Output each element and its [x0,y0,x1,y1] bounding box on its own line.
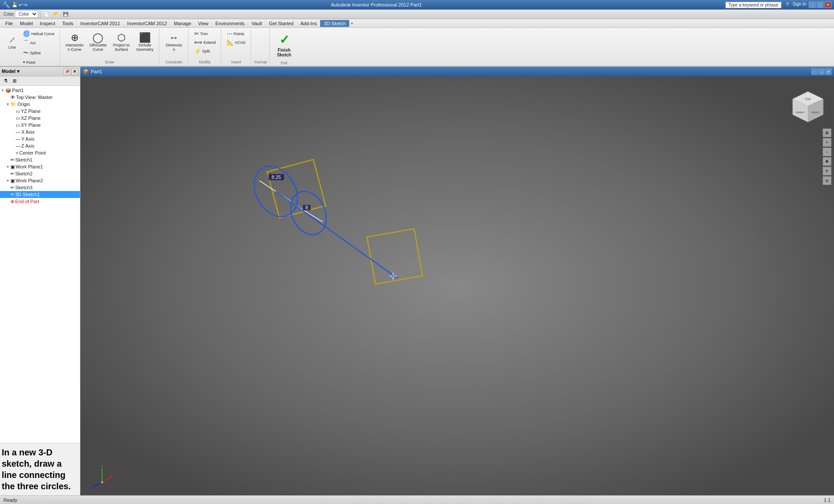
trim-button[interactable]: ✂ Trim [192,30,218,38]
intersection-curve-button[interactable]: ⊕ Intersection Curve [63,30,86,56]
tree-item-part1[interactable]: ▼ 📦 Part1 [0,87,80,94]
qa-redo[interactable]: ↪ [23,2,27,8]
look-at-button[interactable]: ◎ [823,176,831,185]
qa-save[interactable]: 💾 [12,2,18,8]
status-bar: Ready 1 1 [0,495,834,504]
svg-text:TOP: TOP [805,98,811,101]
menu-manage[interactable]: Manage [170,20,195,27]
tree-item-sketch1[interactable]: ✏ Sketch1 [0,156,80,163]
qa-save-file[interactable]: 💾 [61,10,70,18]
point-icon: • [23,59,25,66]
nav-cube[interactable]: TOP RIGHT FRONT [791,89,825,124]
svg-text:Z: Z [90,486,93,490]
expand-icon-origin: ▼ [6,102,10,106]
menu-view[interactable]: View [195,20,212,27]
tree-item-end-of-part[interactable]: ⊕ End of Part [0,198,80,205]
tree-item-origin[interactable]: ▼ 📁 Origin [0,101,80,108]
menu-environments[interactable]: Environments [212,20,248,27]
origin-label: Origin [17,102,30,107]
menu-inspect[interactable]: Inspect [36,20,59,27]
search-box[interactable]: Type a keyword or phrase [725,2,781,8]
panel-close-button[interactable]: ✕ [71,68,78,75]
sketch2-label: Sketch2 [15,171,33,176]
qa-undo[interactable]: ↩ [19,2,23,8]
viewport-maximize[interactable]: □ [818,69,824,75]
tree-item-xy-plane[interactable]: ▭ XY Plane [0,122,80,128]
sketch3-label: Sketch3 [15,185,33,190]
menu-model[interactable]: Model [17,20,36,27]
extend-button[interactable]: ⟺ Extend [192,38,218,46]
3d-sketch1-icon: ✏ [10,192,14,198]
dimension-icon: ↔ [169,33,179,43]
tree-item-yz-plane[interactable]: ▭ YZ Plane [0,108,80,115]
line-label: Line [8,46,16,50]
menu-getstarted[interactable]: Get Started [265,20,297,27]
tree-item-sketch3[interactable]: ✏ Sketch3 [0,184,80,191]
tree-item-top-view-master[interactable]: 👁 Top:View: Master [0,94,80,101]
sketch2-icon: ✏ [10,171,14,177]
menu-inventorcam2011[interactable]: InventorCAM 2011 [77,20,124,27]
project-to-surface-button[interactable]: ⬡ Project to Surface [110,30,133,56]
instruction-text: In a new 3-D sketch, draw a line connect… [2,448,71,491]
spline-button[interactable]: 〜 Spline [21,48,57,58]
zoom-out-button[interactable]: − [823,148,831,156]
tree-item-y-axis[interactable]: — Y Axis [0,135,80,142]
tree-item-z-axis[interactable]: — Z Axis [0,142,80,149]
viewport-close[interactable]: ✕ [825,69,831,75]
acad-button[interactable]: 📐 ACAD [225,38,248,46]
tree-item-3d-sketch1[interactable]: ✏ 3D Sketch1 [0,191,80,198]
center-point-icon: + [16,150,18,155]
viewport[interactable]: 📦 Part1 − □ ✕ [80,67,834,495]
menu-file[interactable]: File [2,20,17,27]
close-button[interactable]: ✕ [824,2,831,8]
points-button[interactable]: ⋯ Points [225,30,248,38]
qa-new[interactable]: 📄 [42,10,51,18]
acad-label: ACAD [235,40,246,45]
sign-in[interactable]: Sign In [791,2,808,8]
arc-button[interactable]: ⌒ Arc [21,38,57,48]
split-icon: ⚡ [194,48,201,54]
menu-vault[interactable]: Vault [248,20,265,27]
tree-item-sketch2[interactable]: ✏ Sketch2 [0,170,80,177]
help-icon[interactable]: ? [785,2,790,8]
modify-col1: ✂ Trim ⟺ Extend ⚡ Split [192,30,218,55]
ribbon-group-insert: ⋯ Points 📐 ACAD Insert [222,29,251,65]
tree-item-xz-plane[interactable]: ▭ XZ Plane [0,115,80,122]
orbit-button[interactable]: ↻ [823,167,831,175]
helical-curve-button[interactable]: 🌀 Helical Curve [21,30,57,38]
zoom-fit-button[interactable]: ⊞ [823,128,831,137]
sketch-dropdown[interactable]: ▾ [351,21,353,26]
svg-line-26 [93,482,102,487]
filter-button[interactable]: ⚗ [2,77,10,85]
menu-addins[interactable]: Add-Ins [297,20,321,27]
qa-open[interactable]: 📂 [52,10,60,18]
tree-item-center-point[interactable]: + Center Point [0,149,80,156]
expand-all-button[interactable]: ⊞ [10,77,18,85]
origin-icon: 📁 [10,102,17,107]
color-dropdown[interactable]: Color [15,10,38,18]
menu-tools[interactable]: Tools [59,20,77,27]
minimize-button[interactable]: − [809,2,816,8]
split-button[interactable]: ⚡ Split [192,47,218,55]
silhouette-curve-button[interactable]: ◯ Silhouette Curve [87,30,109,56]
viewport-minimize[interactable]: − [811,69,817,75]
finish-sketch-button[interactable]: ✓ FinishSketch [273,30,295,60]
point-button[interactable]: • Point [21,58,57,66]
panel-pin-button[interactable]: 📌 [63,68,70,75]
zoom-in-button[interactable]: + [823,138,831,147]
scene-canvas[interactable]: 8.25 8 TOP RIGHT [80,76,834,495]
pan-button[interactable]: ✥ [823,157,831,166]
maximize-button[interactable]: □ [817,2,824,8]
quick-access-toolbar: Color Color 📄 📂 💾 [0,10,834,19]
menu-inventorcam2012[interactable]: InventorCAM 2012 [124,20,171,27]
menu-3dsketch[interactable]: 3D Sketch [320,20,349,27]
tree-item-x-axis[interactable]: — X Axis [0,128,80,135]
panel-header-controls: 📌 ✕ [63,68,78,75]
tree-item-work-plane2[interactable]: ▼ ▣ Work Plane2 [0,177,80,184]
line-button[interactable]: ⟋ Line [4,30,20,56]
helical-curve-label: Helical Curve [31,32,55,36]
viewport-title: Part1 [91,69,102,74]
dimension-button[interactable]: ↔ Dimension [163,30,185,56]
tree-item-work-plane1[interactable]: ▼ ▣ Work Plane1 [0,163,80,170]
include-geometry-button[interactable]: ⬛ Include Geometry [134,30,156,56]
